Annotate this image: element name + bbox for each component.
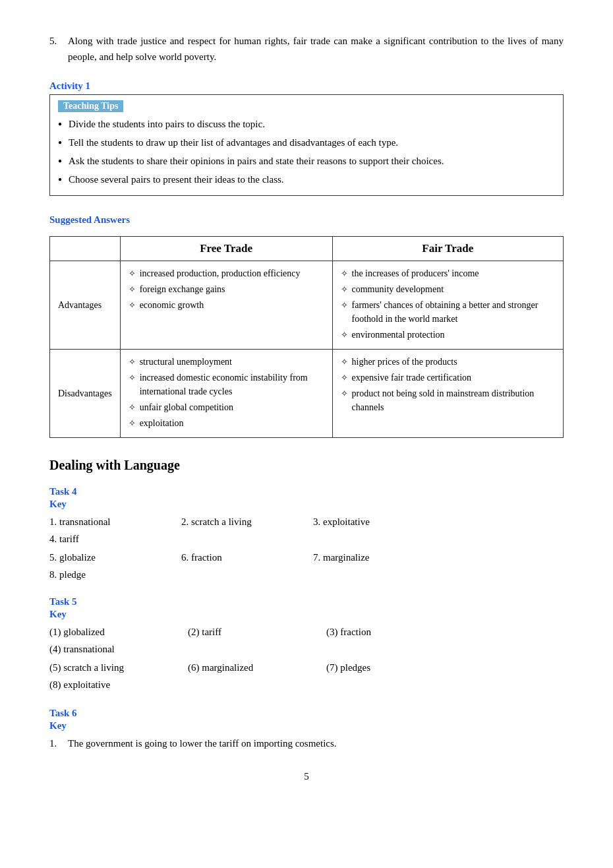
page-number: 5 [49, 771, 564, 782]
task4-key-label: Key [49, 499, 564, 510]
task4-item8: 8. pledge [49, 567, 181, 584]
task4-item5: 5. globalize [49, 549, 181, 567]
task4-item7: 7. marginalize [313, 549, 445, 567]
comparison-table: Free Trade Fair Trade Advantages increas… [49, 236, 564, 438]
list-item: increased production, production efficie… [129, 266, 324, 280]
task4-item1: 1. transnational [49, 514, 181, 531]
list-item: environmental protection [341, 328, 556, 342]
task6-item1: 1. The government is going to lower the … [49, 735, 564, 751]
task4-row2: 5. globalize 6. fraction 7. marginalize … [49, 549, 564, 583]
list-item: unfair global competition [129, 400, 324, 414]
list-item: higher prices of the products [341, 355, 556, 369]
teaching-tips-header: Teaching Tips [58, 100, 123, 112]
task5-item8: (8) exploitative [49, 677, 188, 694]
task5-item4: (4) transnational [49, 641, 188, 658]
tip-item: Divide the students into pairs to discus… [58, 116, 555, 132]
task6-key-label: Key [49, 720, 564, 731]
list-item: product not being sold in mainstream dis… [341, 387, 556, 414]
task6-item1-text: The government is going to lower the tar… [68, 735, 337, 751]
tips-list: Divide the students into pairs to discus… [58, 116, 555, 187]
task5-label: Task 5 [49, 596, 564, 607]
list-item: economic growth [129, 298, 324, 312]
free-trade-disadvantages: structural unemployment increased domest… [120, 350, 332, 438]
intro-item-5: 5. Along with trade justice and respect … [49, 33, 564, 65]
task5-key-label: Key [49, 609, 564, 620]
list-item: structural unemployment [129, 355, 324, 369]
advantages-header: Advantages [50, 261, 121, 350]
task4-item6: 6. fraction [181, 549, 313, 567]
tip-item: Tell the students to draw up their list … [58, 135, 555, 150]
task5-item7: (7) pledges [326, 660, 465, 677]
disadvantages-header: Disadvantages [50, 350, 121, 438]
task5-row2: (5) scratch a living (6) marginalized (7… [49, 660, 564, 693]
list-item: farmers' chances of obtaining a better a… [341, 298, 556, 326]
task4-item3: 3. exploitative [313, 514, 445, 531]
list-item: expensive fair trade certification [341, 371, 556, 385]
item-number: 5. [49, 33, 68, 65]
list-item: community development [341, 282, 556, 296]
task4-label: Task 4 [49, 486, 564, 497]
task6-label: Task 6 [49, 708, 564, 719]
table-row-advantages: Advantages increased production, product… [50, 261, 564, 350]
suggested-answers-label: Suggested Answers [49, 214, 564, 226]
task6-item1-num: 1. [49, 735, 68, 751]
task5-item3: (3) fraction [326, 624, 465, 641]
list-item: the increases of producers' income [341, 266, 556, 280]
task4-item2: 2. scratch a living [181, 514, 313, 531]
table-empty-header [50, 237, 121, 261]
fair-trade-disadvantages: higher prices of the products expensive … [332, 350, 564, 438]
task4-row1: 1. transnational 2. scratch a living 3. … [49, 514, 564, 547]
task5-item2: (2) tariff [188, 624, 326, 641]
table-row-disadvantages: Disadvantages structural unemployment in… [50, 350, 564, 438]
free-trade-header: Free Trade [120, 237, 332, 261]
task5-item1: (1) globalized [49, 624, 188, 641]
list-item: foreign exchange gains [129, 282, 324, 296]
task5-item5: (5) scratch a living [49, 660, 188, 677]
list-item: exploitation [129, 416, 324, 430]
tip-item: Choose several pairs to present their id… [58, 171, 555, 187]
fair-trade-advantages: the increases of producers' income commu… [332, 261, 564, 350]
list-item: increased domestic economic instability … [129, 371, 324, 398]
task5-row1: (1) globalized (2) tariff (3) fraction (… [49, 624, 564, 658]
task4-item4: 4. tariff [49, 531, 181, 548]
activity-label: Activity 1 [49, 80, 564, 92]
free-trade-advantages: increased production, production efficie… [120, 261, 332, 350]
task5-item6: (6) marginalized [188, 660, 326, 677]
tip-item: Ask the students to share their opinions… [58, 153, 555, 169]
section-heading: Dealing with Language [49, 458, 564, 473]
teaching-tips-box: Teaching Tips Divide the students into p… [49, 94, 564, 196]
fair-trade-header: Fair Trade [332, 237, 564, 261]
item-text: Along with trade justice and respect for… [68, 33, 564, 65]
